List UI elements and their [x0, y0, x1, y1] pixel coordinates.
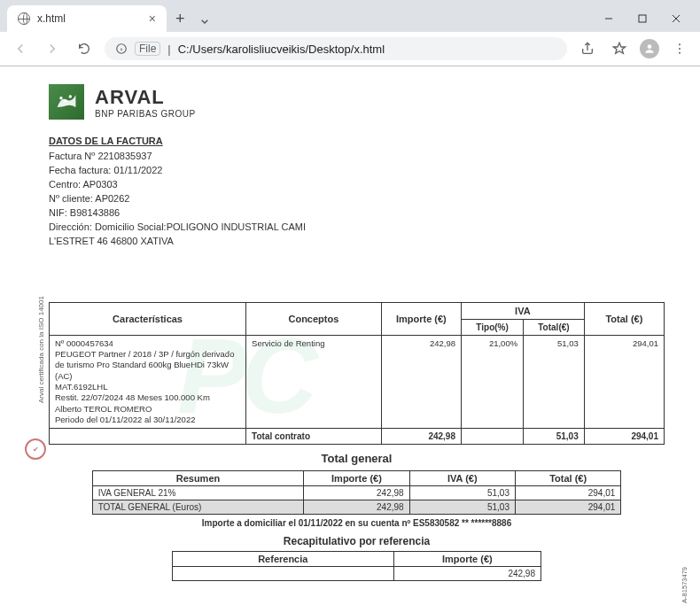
bnp-logo-icon [49, 84, 84, 120]
summary-row: TOTAL GENERAL (Euros) 242,98 51,03 294,0… [92, 500, 621, 515]
th-iva: IVA [461, 302, 584, 319]
ref-row: 242,98 [173, 567, 541, 581]
brand-name: ARVAL [95, 86, 196, 109]
total-general-title: Total general [49, 452, 665, 465]
svg-point-10 [679, 52, 681, 54]
th-conceptos: Conceptos [246, 302, 382, 335]
th-s-importe: Importe (€) [304, 471, 409, 486]
window-controls [592, 5, 693, 32]
recap-title: Recapitulativo por referencia [49, 535, 665, 547]
th-referencia: Referencia [173, 552, 394, 567]
browser-tab[interactable]: x.html × [7, 5, 167, 32]
maximize-button[interactable] [626, 5, 659, 32]
brand-subtitle: BNP PARIBAS GROUP [95, 109, 196, 119]
tab-bar: x.html × + [0, 0, 700, 32]
logo-text: ARVAL BNP PARIBAS GROUP [95, 86, 196, 119]
menu-icon[interactable] [668, 37, 691, 60]
th-caracteristicas: Características [50, 302, 246, 335]
minimize-button[interactable] [592, 5, 626, 32]
svg-rect-1 [639, 15, 646, 22]
th-resumen: Resumen [92, 471, 304, 486]
back-button[interactable] [9, 37, 32, 60]
reload-button[interactable] [73, 37, 96, 60]
invoice-table: Características Conceptos Importe (€) IV… [49, 302, 665, 446]
summary-row: IVA GENERAL 21% 242,98 51,03 294,01 [92, 486, 621, 500]
table-total-row: Total contrato 242,98 51,03 294,01 [50, 429, 665, 445]
tab-title: x.html [37, 12, 66, 25]
logo-row: ARVAL BNP PARIBAS GROUP [49, 84, 665, 120]
info-icon [115, 43, 128, 55]
footer-note: Importe a domiciliar el 01/11/2022 en su… [49, 518, 665, 528]
svg-point-9 [679, 48, 681, 50]
th-s-iva: IVA (€) [409, 471, 515, 486]
globe-icon [18, 12, 30, 25]
th-s-total: Total (€) [515, 471, 620, 486]
th-total: Total (€) [584, 302, 664, 335]
th-iva-total: Total(€) [524, 319, 585, 335]
table-row: Nº 0000457634 PEUGEOT Partner / 2018 / 3… [50, 335, 665, 429]
document-content: PC ARVAL BNP PARIBAS GROUP DATOS DE LA F… [0, 66, 700, 581]
summary-table: Resumen Importe (€) IVA (€) Total (€) IV… [92, 470, 622, 515]
svg-point-8 [679, 43, 681, 45]
side-text-right: Mercantil de Madrid, Tomo 11.617, Libro … [681, 567, 688, 605]
th-r-importe: Importe (€) [393, 552, 541, 567]
iso-badge-icon: ✔ [25, 438, 46, 460]
profile-avatar[interactable] [640, 39, 659, 58]
svg-point-12 [69, 95, 72, 97]
svg-point-11 [59, 97, 62, 99]
address-bar: File | C:/Users/karolisliucveikis/Deskto… [0, 32, 700, 66]
svg-point-7 [648, 44, 652, 49]
new-tab-button[interactable]: + [167, 6, 194, 32]
th-iva-tipo: Tipo(%) [461, 319, 523, 335]
url-box[interactable]: File | C:/Users/karolisliucveikis/Deskto… [105, 37, 567, 60]
th-importe: Importe (€) [381, 302, 461, 335]
tab-search-icon[interactable] [194, 14, 215, 32]
share-icon[interactable] [576, 37, 599, 60]
close-tab-icon[interactable]: × [149, 12, 156, 26]
invoice-section-title: DATOS DE LA FACTURA [49, 136, 665, 146]
bookmark-icon[interactable] [608, 37, 631, 60]
url-path: C:/Users/karolisliucveikis/Desktop/x.htm… [178, 43, 385, 56]
invoice-details: Factura Nº 2210835937 Fecha factura: 01/… [49, 150, 665, 249]
close-window-button[interactable] [659, 5, 693, 32]
url-scheme: File [135, 42, 160, 56]
svg-point-13 [64, 99, 66, 102]
forward-button[interactable] [41, 37, 64, 60]
browser-chrome: x.html × + File | C:/Users/karolisliucve… [0, 0, 700, 66]
side-text-left: Arval certificada con la ISO 14001 [37, 296, 45, 403]
reference-table: Referencia Importe (€) 242,98 [172, 551, 541, 581]
